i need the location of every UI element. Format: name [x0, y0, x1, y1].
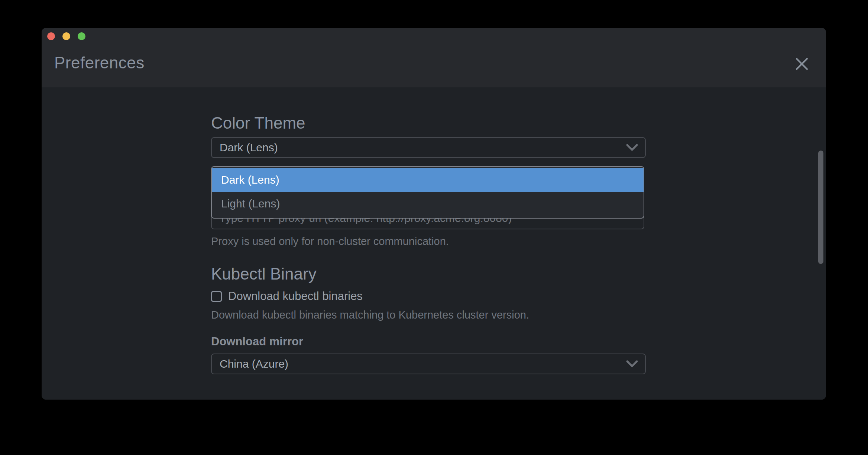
close-window-icon[interactable]	[47, 32, 55, 40]
chevron-down-icon	[626, 143, 638, 152]
preferences-content: Color Theme Dark (Lens) Dark (Lens) Ligh…	[42, 87, 826, 400]
proxy-helper-text: Proxy is used only for non-cluster commu…	[211, 235, 449, 248]
kubectl-binary-heading: Kubectl Binary	[211, 265, 317, 283]
close-dialog-button[interactable]	[794, 57, 809, 71]
titlebar: Preferences	[42, 28, 826, 87]
preferences-window: Preferences Color Theme Dark (Lens)	[42, 28, 826, 400]
page-title: Preferences	[54, 54, 145, 72]
minimize-window-icon[interactable]	[62, 32, 70, 40]
close-icon	[794, 57, 809, 71]
dropdown-option-dark-lens[interactable]: Dark (Lens)	[212, 168, 644, 192]
download-mirror-select[interactable]: China (Azure)	[211, 354, 646, 374]
chevron-down-icon	[626, 360, 638, 368]
download-mirror-label: Download mirror	[211, 335, 303, 348]
color-theme-heading: Color Theme	[211, 114, 305, 132]
scrollbar-thumb[interactable]	[818, 151, 823, 264]
download-kubectl-checkbox-label: Download kubectl binaries	[228, 290, 363, 303]
checkbox-unchecked-icon[interactable]	[211, 291, 222, 302]
traffic-lights	[47, 32, 85, 40]
download-kubectl-checkbox-row[interactable]: Download kubectl binaries	[211, 290, 363, 303]
kubectl-helper-text: Download kubectl binaries matching to Ku…	[211, 309, 529, 321]
color-theme-select-value: Dark (Lens)	[220, 141, 626, 154]
color-theme-select[interactable]: Dark (Lens)	[211, 137, 646, 158]
color-theme-dropdown-menu: Dark (Lens) Light (Lens)	[211, 166, 644, 219]
dropdown-option-light-lens[interactable]: Light (Lens)	[212, 192, 644, 216]
download-mirror-select-value: China (Azure)	[220, 358, 626, 370]
zoom-window-icon[interactable]	[78, 32, 85, 40]
